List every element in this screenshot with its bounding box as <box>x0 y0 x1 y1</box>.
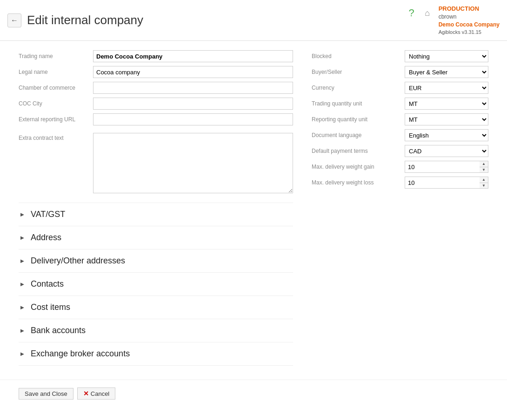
section-arrow-contacts: ► <box>19 281 26 288</box>
select-blocked[interactable]: Nothing Buyer Seller All <box>405 50 488 62</box>
field-blocked: Blocked Nothing Buyer Seller All <box>312 50 488 62</box>
field-max-delivery-weight-gain: Max. delivery weight gain ▲ ▼ <box>312 161 488 173</box>
spinner-max-delivery-weight-loss: ▲ ▼ <box>405 177 488 189</box>
section-cost-items[interactable]: ► Cost items <box>19 296 293 319</box>
label-blocked: Blocked <box>312 53 405 59</box>
select-default-payment-terms[interactable]: CAD NET30 NET60 <box>405 145 488 157</box>
env-user-label: cbrown <box>439 13 500 21</box>
page-title: Edit internal company <box>27 13 143 27</box>
section-exchange-broker-accounts[interactable]: ► Exchange broker accounts <box>19 342 293 366</box>
label-trading-name: Trading name <box>19 53 93 59</box>
section-label-contacts: Contacts <box>31 279 64 289</box>
label-buyer-seller: Buyer/Seller <box>312 69 405 75</box>
input-trading-name[interactable] <box>93 50 293 62</box>
field-coc-city: COC City <box>19 98 293 110</box>
label-trading-quantity-unit: Trading quantity unit <box>312 100 405 107</box>
label-coc-city: COC City <box>19 100 93 107</box>
label-default-payment-terms: Default payment terms <box>312 148 405 154</box>
help-icon[interactable]: ? <box>405 7 418 20</box>
spinner-up-gain[interactable]: ▲ <box>480 161 488 167</box>
field-external-reporting-url: External reporting URL <box>19 113 293 125</box>
back-button[interactable]: ← <box>7 13 21 27</box>
cancel-x-icon: ✕ <box>83 390 89 397</box>
page-header: ← Edit internal company ? ⌂ PRODUCTION c… <box>0 0 507 41</box>
label-reporting-quantity-unit: Reporting quantity unit <box>312 116 405 123</box>
select-document-language[interactable]: English French Dutch German <box>405 129 488 141</box>
section-arrow-vat-gst: ► <box>19 211 26 218</box>
footer: Save and Close ✕ Cancel <box>0 380 507 407</box>
main-content: Trading name Legal name Chamber of comme… <box>0 41 507 375</box>
form-left: Trading name Legal name Chamber of comme… <box>19 50 293 366</box>
label-legal-name: Legal name <box>19 69 93 75</box>
select-buyer-seller[interactable]: Buyer & Seller Buyer Seller <box>405 66 488 78</box>
field-extra-contract-text: Extra contract text <box>19 133 293 193</box>
label-chamber-of-commerce: Chamber of commerce <box>19 85 93 91</box>
label-max-delivery-weight-loss: Max. delivery weight loss <box>312 179 405 186</box>
label-currency: Currency <box>312 85 405 91</box>
section-arrow-bank-accounts: ► <box>19 327 26 334</box>
header-icons: ? ⌂ <box>405 7 434 20</box>
section-arrow-exchange-broker: ► <box>19 350 26 357</box>
section-label-cost-items: Cost items <box>31 302 70 312</box>
spinner-btns-gain: ▲ ▼ <box>480 161 488 173</box>
home-icon[interactable]: ⌂ <box>421 7 434 20</box>
input-max-delivery-weight-loss[interactable] <box>405 177 480 189</box>
cancel-label: Cancel <box>91 390 109 397</box>
label-external-reporting-url: External reporting URL <box>19 116 93 123</box>
section-label-delivery: Delivery/Other addresses <box>31 256 125 266</box>
field-default-payment-terms: Default payment terms CAD NET30 NET60 <box>312 145 488 157</box>
label-max-delivery-weight-gain: Max. delivery weight gain <box>312 164 405 170</box>
section-address[interactable]: ► Address <box>19 226 293 249</box>
select-reporting-quantity-unit[interactable]: MT KG LBS <box>405 113 488 125</box>
save-and-close-button[interactable]: Save and Close <box>19 388 73 400</box>
section-label-exchange-broker: Exchange broker accounts <box>31 349 130 359</box>
section-list: ► VAT/GST ► Address ► Delivery/Other add… <box>19 203 293 366</box>
section-bank-accounts[interactable]: ► Bank accounts <box>19 319 293 342</box>
env-version-label: Agiblocks v3.31.15 <box>439 29 500 36</box>
field-currency: Currency EUR USD GBP CAD <box>312 82 488 94</box>
env-company-label: Demo Cocoa Company <box>439 21 500 29</box>
label-document-language: Document language <box>312 132 405 138</box>
section-arrow-cost-items: ► <box>19 304 26 311</box>
spinner-down-loss[interactable]: ▼ <box>480 183 488 189</box>
section-label-bank-accounts: Bank accounts <box>31 326 86 335</box>
input-legal-name[interactable] <box>93 66 293 78</box>
select-trading-quantity-unit[interactable]: MT KG LBS <box>405 98 488 110</box>
field-trading-name: Trading name <box>19 50 293 62</box>
spinner-down-gain[interactable]: ▼ <box>480 167 488 173</box>
spinner-btns-loss: ▲ ▼ <box>480 177 488 189</box>
header-right: ? ⌂ PRODUCTION cbrown Demo Cocoa Company… <box>405 5 500 36</box>
input-coc-city[interactable] <box>93 98 293 110</box>
env-info: PRODUCTION cbrown Demo Cocoa Company Agi… <box>439 5 500 36</box>
field-buyer-seller: Buyer/Seller Buyer & Seller Buyer Seller <box>312 66 488 78</box>
form-right: Blocked Nothing Buyer Seller All Buyer/S… <box>312 50 488 366</box>
field-reporting-quantity-unit: Reporting quantity unit MT KG LBS <box>312 113 488 125</box>
label-extra-contract-text: Extra contract text <box>19 133 93 141</box>
section-label-vat-gst: VAT/GST <box>31 210 65 219</box>
section-vat-gst[interactable]: ► VAT/GST <box>19 203 293 226</box>
section-arrow-delivery: ► <box>19 257 26 264</box>
header-left: ← Edit internal company <box>7 13 143 27</box>
section-label-address: Address <box>31 233 61 243</box>
select-currency[interactable]: EUR USD GBP CAD <box>405 82 488 94</box>
input-max-delivery-weight-gain[interactable] <box>405 161 480 173</box>
field-legal-name: Legal name <box>19 66 293 78</box>
cancel-button[interactable]: ✕ Cancel <box>77 387 115 400</box>
section-arrow-address: ► <box>19 234 26 241</box>
field-max-delivery-weight-loss: Max. delivery weight loss ▲ ▼ <box>312 177 488 189</box>
env-production-label: PRODUCTION <box>439 5 500 13</box>
section-delivery-other-addresses[interactable]: ► Delivery/Other addresses <box>19 249 293 273</box>
field-trading-quantity-unit: Trading quantity unit MT KG LBS <box>312 98 488 110</box>
textarea-extra-contract-text[interactable] <box>93 133 293 193</box>
input-chamber-of-commerce[interactable] <box>93 82 293 94</box>
spinner-max-delivery-weight-gain: ▲ ▼ <box>405 161 488 173</box>
field-chamber-of-commerce: Chamber of commerce <box>19 82 293 94</box>
input-external-reporting-url[interactable] <box>93 113 293 125</box>
section-contacts[interactable]: ► Contacts <box>19 273 293 296</box>
form-columns: Trading name Legal name Chamber of comme… <box>19 50 488 366</box>
spinner-up-loss[interactable]: ▲ <box>480 177 488 183</box>
field-document-language: Document language English French Dutch G… <box>312 129 488 141</box>
